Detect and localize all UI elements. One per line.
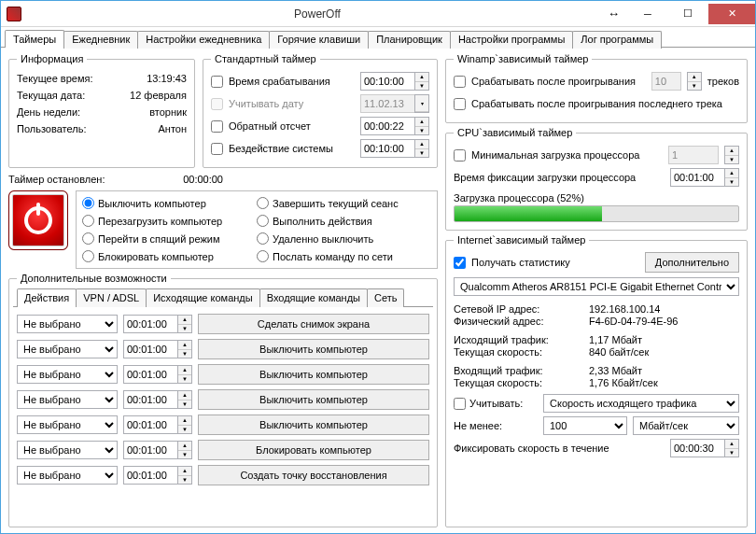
radio-actions[interactable]: Выполнить действия: [257, 213, 431, 229]
spinner[interactable]: ▲▼: [414, 117, 429, 135]
spinner[interactable]: ▲▼: [177, 340, 192, 358]
info-label: День недели:: [17, 106, 80, 118]
winamp-after-n-check[interactable]: [454, 76, 466, 88]
idle-check[interactable]: [211, 143, 223, 155]
cpu-minload-check[interactable]: [454, 149, 466, 162]
radio-lock[interactable]: Блокировать компьютер: [82, 248, 257, 264]
radio-restart[interactable]: Перезагрузить компьютер: [82, 213, 257, 229]
action-button[interactable]: Выключить компьютер: [198, 389, 429, 410]
info-label: Текущая дата:: [17, 90, 85, 101]
action-time-input[interactable]: [123, 340, 177, 358]
action-time-input[interactable]: [123, 365, 177, 384]
atleast-label: Не менее:: [454, 420, 502, 431]
action-trigger-select[interactable]: Не выбрано: [17, 365, 118, 384]
atleast-val-select[interactable]: 100: [543, 416, 627, 435]
spinner[interactable]: ▲▼: [687, 72, 702, 91]
action-button[interactable]: Блокировать компьютер: [198, 440, 429, 460]
trigger-time-label: Время срабатывания: [229, 76, 355, 87]
radio-logoff[interactable]: Завершить текущий сеанс: [257, 195, 431, 211]
action-trigger-select[interactable]: Не выбрано: [17, 415, 118, 434]
spinner[interactable]: ▲▼: [724, 168, 739, 187]
maximize-button[interactable]: ☐: [668, 4, 707, 24]
net-label: Исходящий трафик:: [454, 334, 589, 345]
action-button[interactable]: Выключить компьютер: [198, 339, 429, 359]
action-time-input[interactable]: [123, 441, 177, 459]
action-button[interactable]: Выключить компьютер: [198, 415, 429, 435]
countdown-check[interactable]: [211, 120, 223, 133]
winamp-last-check[interactable]: [454, 98, 466, 110]
info-label: Текущее время:: [17, 73, 93, 84]
spinner[interactable]: ▲▼: [177, 390, 192, 409]
spinner[interactable]: ▲▼: [177, 365, 192, 384]
action-time-input[interactable]: [123, 466, 177, 485]
action-trigger-select[interactable]: Не выбрано: [17, 466, 118, 485]
spinner[interactable]: ▲▼: [177, 466, 192, 485]
spinner[interactable]: ▲▼: [414, 139, 429, 158]
radio-shutdown[interactable]: Выключить компьютер: [82, 195, 257, 211]
action-time-input[interactable]: [123, 390, 177, 409]
net-label: Сетевой IP адрес:: [454, 303, 589, 315]
inet-group: Internet`зависимый таймер Получать стати…: [445, 234, 748, 527]
net-value: 1,76 Кбайт/сек: [589, 377, 658, 388]
spinner[interactable]: ▲▼: [414, 72, 429, 91]
close-button[interactable]: ✕: [708, 4, 755, 24]
action-trigger-select[interactable]: Не выбрано: [17, 390, 118, 409]
date-drop: ▾: [414, 94, 429, 113]
action-time-input[interactable]: [123, 315, 177, 333]
action-button[interactable]: Выключить компьютер: [198, 364, 429, 385]
spinner[interactable]: ▲▼: [177, 315, 192, 333]
spinner[interactable]: ▲▼: [177, 415, 192, 434]
cpu-legend: CPU`зависимый таймер: [454, 127, 576, 138]
tab-diary[interactable]: Ежедневник: [63, 31, 138, 49]
subtab-actions[interactable]: Действия: [17, 288, 77, 307]
tab-app-settings[interactable]: Настройки программы: [450, 31, 573, 49]
timer-stopped-value: 00:00:00: [183, 174, 223, 185]
radio-remote-off[interactable]: Удаленно выключить: [257, 231, 431, 246]
timer-stopped-label: Таймер остановлен:: [8, 174, 105, 185]
action-trigger-select[interactable]: Не выбрано: [17, 441, 118, 459]
tab-timers[interactable]: Таймеры: [5, 30, 64, 48]
action-button[interactable]: Сделать снимок экрана: [198, 314, 429, 334]
net-label: Текущая скорость:: [454, 346, 589, 358]
tab-log[interactable]: Лог программы: [572, 31, 662, 49]
action-button[interactable]: Создать точку восстановления: [198, 465, 429, 485]
spinner[interactable]: ▲▼: [177, 441, 192, 459]
net-value: F4-6D-04-79-4E-96: [589, 316, 678, 327]
info-group: Информация Текущее время:13:19:43 Текуща…: [8, 53, 195, 168]
subtab-net[interactable]: Сеть: [367, 288, 404, 307]
action-trigger-select[interactable]: Не выбрано: [17, 315, 118, 333]
subtab-out-cmd[interactable]: Исходящие команды: [146, 288, 260, 307]
subtab-vpn[interactable]: VPN / ADSL: [76, 288, 147, 307]
cpu-load-bar: [454, 205, 739, 222]
spinner[interactable]: ▲▼: [724, 439, 739, 457]
minimize-button[interactable]: ─: [628, 4, 667, 24]
trigger-time-input[interactable]: [360, 72, 414, 91]
tab-scheduler[interactable]: Планировщик: [368, 31, 451, 49]
idle-input[interactable]: [360, 139, 414, 158]
radio-sleep[interactable]: Перейти в спящий режим: [82, 231, 257, 246]
radio-net-cmd[interactable]: Послать команду по сети: [257, 248, 431, 264]
spinner[interactable]: ▲▼: [724, 146, 739, 164]
trigger-time-check[interactable]: [211, 76, 223, 88]
inet-extra-button[interactable]: Дополнительно: [645, 252, 739, 273]
adapter-select[interactable]: Qualcomm Atheros AR8151 PCI-E Gigabit Et…: [454, 277, 739, 296]
action-trigger-select[interactable]: Не выбрано: [17, 340, 118, 358]
inet-stats-check[interactable]: [454, 257, 466, 269]
inet-legend: Internet`зависимый таймер: [454, 234, 589, 246]
cpu-fix-input[interactable]: [670, 168, 724, 187]
consider-select[interactable]: Скорость исходящего трафика: [543, 394, 739, 413]
action-time-input[interactable]: [123, 415, 177, 434]
power-icon: [8, 190, 68, 250]
tab-hotkeys[interactable]: Горячие клавиши: [269, 31, 369, 49]
cpu-group: CPU`зависимый таймер Минимальная загрузк…: [445, 127, 748, 231]
timer-stopped-row: Таймер остановлен: 00:00:00: [8, 172, 438, 187]
subtab-in-cmd[interactable]: Входящие команды: [259, 288, 368, 307]
tab-diary-settings[interactable]: Настройки ежедневника: [137, 31, 270, 49]
countdown-input[interactable]: [360, 117, 414, 135]
fix-time-input[interactable]: [670, 439, 724, 457]
consider-check[interactable]: [454, 398, 466, 410]
power-action-group: Выключить компьютер Перезагрузить компью…: [76, 190, 438, 269]
atleast-unit-select[interactable]: Мбайт/сек: [633, 416, 739, 435]
winamp-legend: Winamp`зависимый таймер: [454, 53, 592, 64]
chevron-icon[interactable]: ↔: [608, 7, 620, 21]
